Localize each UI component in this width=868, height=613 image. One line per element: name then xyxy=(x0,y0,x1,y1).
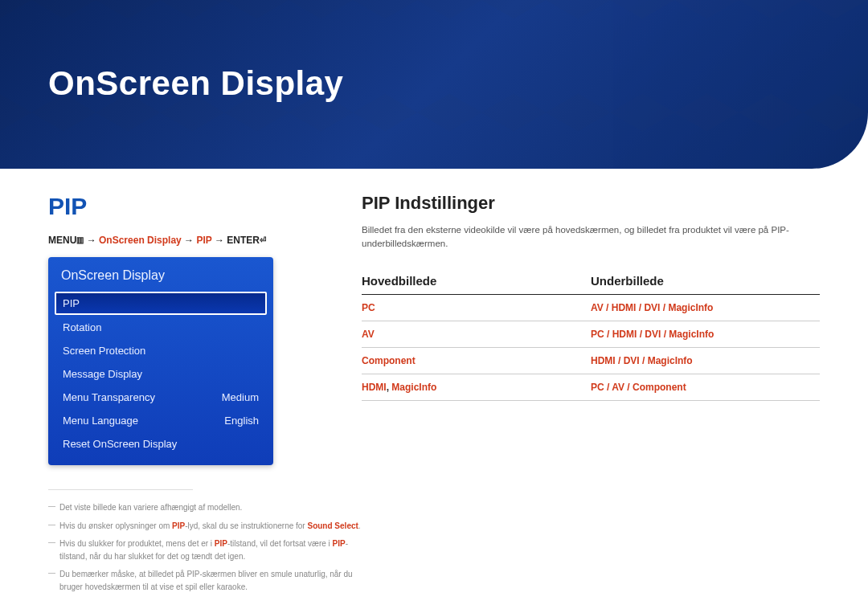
settings-description: Billedet fra den eksterne videokilde vil… xyxy=(362,223,820,251)
osd-item-message-display[interactable]: Message Display xyxy=(55,362,267,386)
table-row: PC AV / HDMI / DVI / MagicInfo xyxy=(362,294,820,321)
breadcrumb-menu: MENU xyxy=(48,235,76,246)
osd-panel-title: OnScreen Display xyxy=(55,264,267,291)
osd-panel: OnScreen Display PIP Rotation Screen Pro… xyxy=(48,257,273,465)
section-title-pip: PIP xyxy=(48,193,321,220)
footnote-item: Hvis du ønsker oplysninger om PIP-lyd, s… xyxy=(48,520,370,533)
enter-icon: ⏎ xyxy=(260,235,266,244)
menu-icon: ▥ xyxy=(76,235,84,244)
osd-item-screen-protection[interactable]: Screen Protection xyxy=(55,339,267,362)
hero-title: OnScreen Display xyxy=(48,64,820,103)
hero-banner: OnScreen Display xyxy=(0,0,868,169)
breadcrumb: MENU▥ → OnScreen Display → PIP → ENTER⏎ xyxy=(48,235,321,246)
breadcrumb-path1: OnScreen Display xyxy=(99,235,182,246)
footnotes: Det viste billede kan variere afhængigt … xyxy=(48,490,370,593)
pip-settings-table: Hovedbillede Underbillede PC AV / HDMI /… xyxy=(362,269,820,401)
breadcrumb-path2: PIP xyxy=(196,235,211,246)
table-head-main: Hovedbillede xyxy=(362,269,591,295)
settings-heading: PIP Indstillinger xyxy=(362,193,820,214)
osd-item-rotation[interactable]: Rotation xyxy=(55,316,267,339)
footnote-item: Det viste billede kan variere afhængigt … xyxy=(48,501,370,514)
table-row: HDMI, MagicInfo PC / AV / Component xyxy=(362,374,820,400)
osd-item-reset[interactable]: Reset OnScreen Display xyxy=(55,432,267,456)
breadcrumb-enter: ENTER xyxy=(227,235,260,246)
osd-item-pip[interactable]: PIP xyxy=(55,292,267,315)
osd-item-menu-language[interactable]: Menu Language English xyxy=(55,409,267,432)
footnote-item: Du bemærker måske, at billedet på PIP-sk… xyxy=(48,568,370,593)
osd-item-menu-transparency[interactable]: Menu Transparency Medium xyxy=(55,386,267,409)
footnote-item: Hvis du slukker for produktet, mens det … xyxy=(48,537,370,562)
table-row: AV PC / HDMI / DVI / MagicInfo xyxy=(362,321,820,347)
table-head-sub: Underbillede xyxy=(591,269,820,295)
table-row: Component HDMI / DVI / MagicInfo xyxy=(362,347,820,374)
